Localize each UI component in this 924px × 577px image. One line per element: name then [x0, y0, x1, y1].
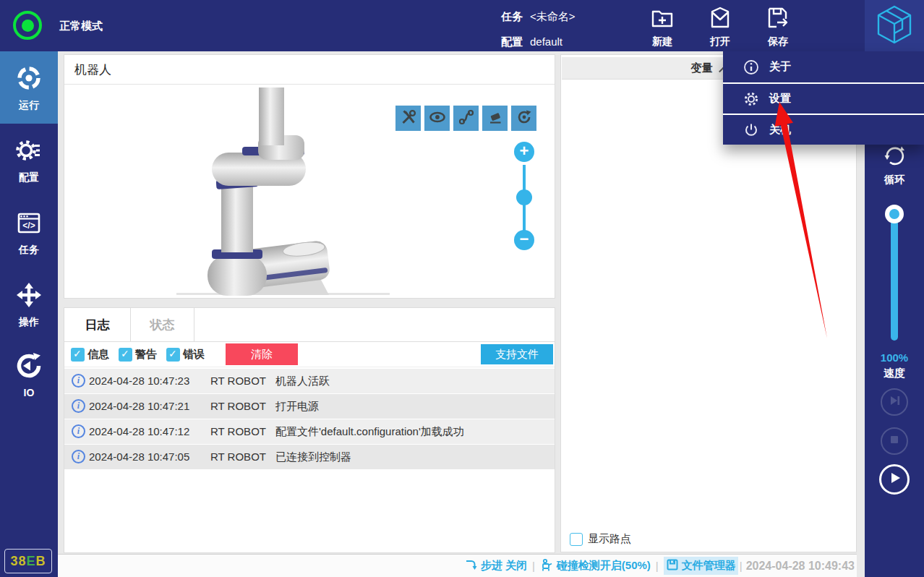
tab-status[interactable]: 状态: [131, 308, 194, 341]
open-task-button[interactable]: 打开: [691, 3, 749, 49]
collision-detect-label: 碰撞检测开启(50%): [557, 559, 651, 573]
file-manager-label: 文件管理器: [682, 559, 736, 573]
filter-warning-label: 警告: [135, 348, 157, 362]
loop-icon: [881, 142, 907, 171]
left-sidebar: 运行 配置 </> 任务 操作 IO 38EB: [0, 51, 58, 577]
loop-toggle-button[interactable]: 循环: [865, 142, 924, 187]
config-value: default: [530, 35, 562, 48]
separator: |: [532, 560, 535, 572]
sidebar-item-configure[interactable]: 配置: [0, 124, 58, 196]
task-config-info: 任务<未命名> 配置default: [501, 7, 576, 57]
info-circle-icon: i: [72, 424, 85, 438]
filter-info-checkbox[interactable]: [71, 348, 85, 362]
log-list: i2024-04-28 10:47:23RT ROBOT机器人活跃 i2024-…: [64, 367, 555, 469]
log-source: RT ROBOT: [210, 400, 273, 412]
speed-label: 速度: [865, 365, 924, 380]
app-logo-button[interactable]: [865, 0, 924, 51]
log-message: 已连接到控制器: [275, 450, 351, 464]
task-icon: </>: [14, 208, 43, 240]
play-button[interactable]: [879, 464, 910, 495]
separator: |: [740, 560, 743, 572]
new-task-icon: [649, 3, 675, 34]
top-bar: 正常模式 任务<未命名> 配置default 新建 打开 保存: [0, 0, 924, 51]
adjust-tools-button[interactable]: [395, 106, 421, 131]
log-message: 配置文件'default.configuration'加载成功: [275, 425, 464, 439]
filter-error-checkbox[interactable]: [166, 348, 180, 362]
file-manager-disk-icon: [666, 558, 679, 573]
adjust-tools-icon: [400, 108, 417, 129]
new-task-label: 新建: [652, 35, 672, 48]
visibility-button[interactable]: [424, 106, 450, 131]
loop-label: 循环: [884, 174, 904, 187]
save-task-label: 保存: [768, 35, 788, 48]
robot-teach-pendant-app: 正常模式 任务<未命名> 配置default 新建 打开 保存: [0, 0, 924, 577]
controller-badge: 38EB: [4, 549, 52, 573]
collision-detect-status[interactable]: 碰撞检测开启(50%): [540, 558, 651, 574]
log-time: 2024-04-28 10:47:05: [89, 450, 205, 463]
eraser-button[interactable]: [482, 106, 508, 131]
stop-icon: [886, 432, 902, 450]
step-mode-status[interactable]: 步进 关闭: [465, 558, 527, 573]
log-row: i2024-04-28 10:47:12RT ROBOT配置文件'default…: [64, 419, 555, 444]
run-icon: [14, 64, 43, 95]
config-label: 配置: [501, 35, 523, 48]
tab-log[interactable]: 日志: [64, 308, 131, 341]
zoom-in-button[interactable]: +: [514, 142, 534, 162]
open-task-label: 打开: [710, 35, 730, 48]
show-waypoints-checkbox[interactable]: [570, 533, 583, 546]
svg-text:</>: </>: [22, 221, 35, 231]
speed-value: 100%: [865, 350, 924, 365]
clear-log-button[interactable]: 清除: [226, 343, 298, 365]
log-message: 机器人活跃: [275, 375, 330, 388]
view-toolbar: [395, 106, 536, 131]
log-time: 2024-04-28 10:47:12: [89, 425, 205, 437]
zoom-out-button[interactable]: −: [514, 230, 534, 250]
sidebar-item-io[interactable]: IO: [0, 341, 58, 409]
menu-item-settings[interactable]: 设置: [723, 82, 924, 114]
file-manager-button[interactable]: 文件管理器: [664, 557, 738, 575]
step-forward-icon: [886, 393, 902, 411]
zoom-control: + −: [514, 142, 534, 162]
log-source: RT ROBOT: [210, 425, 273, 437]
power-icon: [743, 122, 759, 138]
path-button[interactable]: [453, 106, 479, 131]
sidebar-item-run[interactable]: 运行: [0, 51, 58, 124]
sidebar-item-operate[interactable]: 操作: [0, 268, 58, 341]
filter-warning-checkbox[interactable]: [119, 348, 132, 362]
mode-status-indicator-icon: [13, 11, 42, 40]
step-forward-button[interactable]: [881, 388, 908, 416]
stop-button[interactable]: [881, 427, 908, 455]
filter-info-label: 信息: [87, 348, 109, 362]
new-task-button[interactable]: 新建: [633, 3, 691, 49]
log-tab-row: 日志 状态: [64, 308, 555, 342]
speed-slider-handle[interactable]: [885, 205, 904, 223]
menu-item-shutdown[interactable]: 关机: [723, 114, 924, 145]
badge-char: B: [36, 554, 46, 569]
sidebar-item-operate-label: 操作: [19, 316, 39, 329]
play-icon: [886, 469, 903, 490]
info-circle-icon: i: [72, 450, 85, 463]
task-label: 任务: [501, 10, 523, 22]
visibility-icon: [429, 108, 446, 129]
config-row: 配置default: [501, 32, 576, 51]
badge-char: 8: [18, 554, 26, 569]
show-waypoints-label: 显示路点: [588, 532, 631, 546]
zoom-slider-handle[interactable]: [516, 189, 532, 205]
log-time: 2024-04-28 10:47:21: [89, 400, 205, 412]
configure-icon: [14, 136, 43, 168]
menu-item-settings-label: 设置: [769, 92, 791, 106]
sidebar-item-task-label: 任务: [19, 244, 39, 257]
sidebar-item-task[interactable]: </> 任务: [0, 196, 58, 268]
badge-char: 3: [10, 554, 18, 569]
mode-status-dot: [22, 20, 34, 32]
sidebar-item-io-label: IO: [24, 387, 35, 398]
support-files-button[interactable]: 支持文件: [481, 344, 553, 364]
menu-item-about[interactable]: 关于: [723, 51, 924, 82]
sidebar-item-run-label: 运行: [19, 99, 39, 112]
save-task-icon: [765, 3, 791, 34]
info-circle-icon: i: [72, 374, 85, 388]
sidebar-item-configure-label: 配置: [19, 171, 39, 184]
save-task-button[interactable]: 保存: [749, 3, 807, 49]
reset-view-button[interactable]: [511, 106, 536, 131]
eraser-icon: [487, 108, 504, 129]
